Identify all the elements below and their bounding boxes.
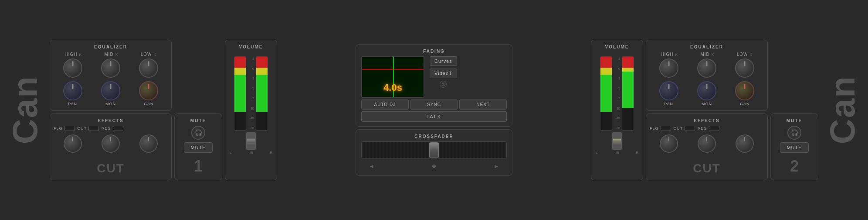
- left-pan-row: PAN MON GAN: [54, 81, 168, 106]
- left-eq-low-knob[interactable]: [139, 58, 158, 78]
- right-pan-knob[interactable]: [659, 81, 678, 100]
- right-equalizer-panel: EQUALIZER HIGH K MID K LOW K: [646, 40, 768, 111]
- right-cut-toggle[interactable]: [685, 126, 695, 131]
- right-can-label: Can: [823, 76, 863, 144]
- right-meter-scale: 3 0 -3 -5 -7 -10 -15 -20: [614, 56, 620, 131]
- crossfader-nav-right[interactable]: ►: [490, 162, 502, 171]
- fading-next-btn[interactable]: NEXT: [459, 100, 507, 110]
- crossfader-nav-dot[interactable]: [432, 165, 436, 168]
- fading-display: 4.0s: [361, 56, 424, 98]
- fading-videot-btn[interactable]: VideoT: [430, 69, 457, 78]
- left-mute-button[interactable]: MUTE: [184, 142, 212, 153]
- crossfader-track[interactable]: [361, 141, 507, 159]
- right-res-knob[interactable]: [736, 134, 754, 153]
- right-eq-mid-knob[interactable]: [697, 58, 716, 78]
- left-cut-knob[interactable]: [102, 134, 120, 153]
- fading-auto-dj-btn[interactable]: AUTO DJ: [361, 100, 409, 110]
- left-fader-strip: [229, 132, 273, 150]
- right-cut-knob[interactable]: [698, 134, 716, 153]
- left-meter-red-r: [256, 57, 268, 68]
- left-cut-display: CUT: [54, 162, 168, 175]
- fading-icon-btn[interactable]: ⊙: [440, 81, 447, 88]
- left-cut-toggle[interactable]: [88, 126, 99, 131]
- left-volume-label: VOLUME: [229, 45, 273, 49]
- left-fader-track[interactable]: [246, 132, 256, 150]
- left-fader-handle[interactable]: [247, 138, 255, 144]
- right-fader-strip: [595, 132, 639, 150]
- right-panels: EQUALIZER HIGH K MID K LOW K: [646, 40, 818, 180]
- right-mon-knob[interactable]: [697, 81, 716, 100]
- crossfader-panel: CROSSFADER ◄ ►: [356, 129, 512, 176]
- crossfader-track-inner: [362, 142, 506, 158]
- left-mute-panel: MUTE 🎧 MUTE 1: [174, 113, 222, 180]
- right-volume-panel: VOLUME 3 0 -3 -5 -7 -10 -15 -20: [591, 40, 643, 180]
- right-volume-meters: 3 0 -3 -5 -7 -10 -15 -20: [595, 52, 639, 131]
- left-gain-knob-group: GAN: [139, 81, 158, 106]
- left-pan-knob[interactable]: [63, 81, 82, 100]
- left-volume-panel: VOLUME 3 0 -3 -5 -7 -10 -15 -20: [225, 40, 277, 180]
- right-eq-label: EQUALIZER: [650, 45, 764, 49]
- left-eq-mid-knob[interactable]: [101, 58, 120, 78]
- right-flg-toggle[interactable]: [661, 126, 671, 131]
- right-effects-label: EFFECTS: [650, 118, 764, 123]
- left-eq-knobs-row: [54, 58, 168, 78]
- fading-display-inner: 4.0s: [362, 57, 424, 97]
- crossfader-nav: ◄ ►: [361, 162, 507, 171]
- left-section: EQUALIZER HIGH K MID K LOW K: [50, 40, 277, 180]
- fading-curves-btn[interactable]: Curves: [430, 56, 457, 66]
- right-gain-knob[interactable]: [735, 81, 754, 100]
- left-effects-toggle-row: FLG CUT RES: [54, 126, 168, 131]
- left-eq-mid-label: MID K: [104, 52, 118, 57]
- left-eq-high-knob[interactable]: [63, 58, 82, 78]
- main-layout: Can EQUALIZER HIGH K MID K LOW: [3, 3, 865, 217]
- left-mute-icon: 🎧: [191, 126, 205, 140]
- left-eq-high-knob-group: [63, 58, 82, 78]
- right-meter-bar-r: [622, 56, 634, 131]
- left-meter-scale: 3 0 -3 -5 -7 -10 -15 -20: [248, 56, 254, 131]
- right-mute-icon: 🎧: [787, 126, 801, 140]
- left-mon-knob-group: MON: [101, 81, 120, 106]
- fading-label: FADING: [361, 49, 507, 54]
- fading-content: 4.0s Curves VideoT ⊙: [361, 56, 507, 98]
- right-bottom-row: EFFECTS FLG CUT RES: [646, 113, 818, 180]
- left-eq-top-labels: HIGH K MID K LOW K: [54, 52, 168, 57]
- left-effects-knobs-row: [54, 134, 168, 153]
- left-eq-mid-knob-group: [101, 58, 120, 78]
- crossfader-nav-left[interactable]: ◄: [366, 162, 378, 171]
- right-eq-knobs-row: [650, 58, 764, 78]
- left-meter-yellow-r: [256, 68, 268, 75]
- right-section: VOLUME 3 0 -3 -5 -7 -10 -15 -20: [591, 40, 818, 180]
- right-flg-knob[interactable]: [660, 134, 678, 153]
- left-res-group: RES: [102, 126, 123, 131]
- left-flg-knob[interactable]: [64, 134, 82, 153]
- left-meter-dark-r: [256, 112, 268, 130]
- left-meter-bar-l: [234, 56, 246, 131]
- left-meter-yellow-l: [234, 68, 246, 75]
- left-pan-knob-group: PAN: [63, 81, 82, 106]
- fading-panel: FADING 4.0s Curves VideoT ⊙ AUTO DJ S: [356, 44, 512, 127]
- left-mon-knob[interactable]: [101, 81, 120, 100]
- right-fader-handle[interactable]: [613, 138, 621, 144]
- fading-time-display: 4.0s: [383, 82, 402, 93]
- left-eq-label: EQUALIZER: [54, 45, 168, 49]
- left-equalizer-panel: EQUALIZER HIGH K MID K LOW K: [50, 40, 172, 111]
- crossfader-label: CROSSFADER: [361, 134, 507, 139]
- right-eq-low-knob[interactable]: [735, 58, 754, 78]
- fading-bottom-btns: AUTO DJ SYNC NEXT: [361, 100, 507, 110]
- left-meter-dark-l: [234, 112, 246, 130]
- crossfader-handle[interactable]: [429, 142, 439, 158]
- right-effects-toggle-row: FLG CUT RES: [650, 126, 764, 131]
- right-eq-high-knob[interactable]: [659, 58, 678, 78]
- left-meter-green-l: [234, 75, 246, 112]
- left-flg-toggle[interactable]: [64, 126, 75, 131]
- right-effects-knobs-row: [650, 134, 764, 153]
- fading-talk-btn[interactable]: TALK: [361, 111, 507, 122]
- fading-sync-btn[interactable]: SYNC: [410, 100, 458, 110]
- right-res-toggle[interactable]: [709, 126, 719, 131]
- left-res-knob[interactable]: [139, 134, 158, 153]
- right-eq-top-labels: HIGH K MID K LOW K: [650, 52, 764, 57]
- right-mute-button[interactable]: MUTE: [780, 142, 808, 153]
- right-fader-track[interactable]: [612, 132, 622, 150]
- left-res-toggle[interactable]: [113, 126, 123, 131]
- left-gain-knob[interactable]: [139, 81, 158, 100]
